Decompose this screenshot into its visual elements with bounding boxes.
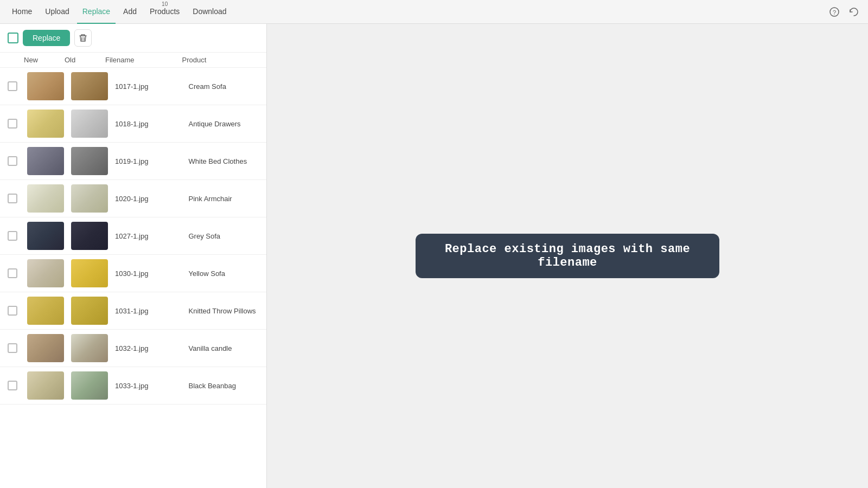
- table-row: 1019-1.jpgWhite Bed Clothes: [0, 143, 266, 180]
- tooltip-text: Replace existing images with same filena…: [445, 242, 690, 269]
- thumbnail-old: [71, 147, 108, 175]
- right-panel: Replace existing images with same filena…: [267, 24, 868, 488]
- nav-download[interactable]: Download: [187, 0, 232, 24]
- replace-button[interactable]: Replace: [23, 30, 70, 46]
- col-old: Old: [65, 56, 105, 64]
- table-row: 1017-1.jpgCream Sofa: [0, 68, 266, 105]
- cell-filename: 1031-1.jpg: [115, 307, 186, 315]
- thumbnail-old: [71, 297, 108, 325]
- refresh-icon[interactable]: [846, 4, 861, 20]
- cell-product: Black Beanbag: [189, 382, 259, 390]
- cell-product: Knitted Throw Pillows: [189, 307, 259, 315]
- tooltip-box: Replace existing images with same filena…: [416, 234, 719, 278]
- nav-add[interactable]: Add: [118, 0, 142, 24]
- cell-product: Cream Sofa: [189, 82, 259, 91]
- thumbnail-new: [27, 334, 64, 362]
- cell-product: Yellow Sofa: [189, 269, 259, 278]
- cell-filename: 1027-1.jpg: [115, 232, 186, 240]
- thumbnail-new: [27, 371, 64, 400]
- cell-product: Grey Sofa: [189, 232, 259, 240]
- select-all-checkbox[interactable]: [8, 33, 18, 43]
- table-row: 1030-1.jpgYellow Sofa: [0, 255, 266, 292]
- row-checkbox[interactable]: [8, 343, 17, 353]
- thumbnail-new: [27, 259, 64, 287]
- table-row: 1020-1.jpgPink Armchair: [0, 180, 266, 217]
- help-icon[interactable]: ?: [827, 4, 842, 20]
- thumbnail-new: [27, 72, 64, 100]
- table-row: 1027-1.jpgGrey Sofa: [0, 217, 266, 255]
- nav-products[interactable]: Products 10: [144, 0, 185, 24]
- cell-filename: 1032-1.jpg: [115, 344, 186, 352]
- thumbnail-new: [27, 184, 64, 213]
- nav-replace[interactable]: Replace: [77, 0, 116, 24]
- row-checkbox[interactable]: [8, 156, 17, 166]
- row-checkbox[interactable]: [8, 231, 17, 241]
- table-row: 1018-1.jpgAntique Drawers: [0, 105, 266, 143]
- row-checkbox[interactable]: [8, 381, 17, 390]
- cell-filename: 1030-1.jpg: [115, 269, 186, 278]
- thumbnail-new: [27, 297, 64, 325]
- thumbnail-old: [71, 334, 108, 362]
- top-navigation: Home Upload Replace Add Products 10 Down…: [0, 0, 868, 24]
- row-checkbox[interactable]: [8, 81, 17, 91]
- col-new: New: [24, 56, 65, 64]
- main-content: Replace New Old Filename Product 1017-1.…: [0, 24, 868, 488]
- thumbnail-new: [27, 110, 64, 138]
- table-row: 1032-1.jpgVanilla candle: [0, 330, 266, 367]
- col-checkbox: [8, 56, 24, 64]
- delete-button[interactable]: [74, 29, 92, 47]
- thumbnail-new: [27, 147, 64, 175]
- cell-filename: 1017-1.jpg: [115, 82, 186, 91]
- cell-product: Antique Drawers: [189, 120, 259, 128]
- products-badge: 10: [162, 1, 168, 7]
- col-filename: Filename: [105, 56, 182, 64]
- thumbnail-old: [71, 371, 108, 400]
- nav-home[interactable]: Home: [7, 0, 37, 24]
- toolbar: Replace: [0, 24, 266, 53]
- left-panel: Replace New Old Filename Product 1017-1.…: [0, 24, 267, 488]
- thumbnail-old: [71, 110, 108, 138]
- thumbnail-old: [71, 184, 108, 213]
- row-checkbox[interactable]: [8, 268, 17, 278]
- nav-upload[interactable]: Upload: [40, 0, 74, 24]
- thumbnail-new: [27, 222, 64, 250]
- table-row: 1033-1.jpgBlack Beanbag: [0, 367, 266, 404]
- cell-product: Pink Armchair: [189, 195, 259, 203]
- svg-text:?: ?: [833, 9, 836, 15]
- thumbnail-old: [71, 222, 108, 250]
- cell-filename: 1019-1.jpg: [115, 157, 186, 165]
- thumbnail-old: [71, 259, 108, 287]
- table-header: New Old Filename Product: [0, 53, 266, 68]
- row-checkbox[interactable]: [8, 306, 17, 316]
- table-row: 1031-1.jpgKnitted Throw Pillows: [0, 292, 266, 330]
- cell-product: White Bed Clothes: [189, 157, 259, 165]
- cell-filename: 1033-1.jpg: [115, 382, 186, 390]
- cell-filename: 1018-1.jpg: [115, 120, 186, 128]
- table-body: 1017-1.jpgCream Sofa1018-1.jpgAntique Dr…: [0, 68, 266, 488]
- thumbnail-old: [71, 72, 108, 100]
- nav-icon-group: ?: [827, 4, 861, 20]
- row-checkbox[interactable]: [8, 194, 17, 203]
- cell-product: Vanilla candle: [189, 344, 259, 352]
- col-product: Product: [182, 56, 259, 64]
- cell-filename: 1020-1.jpg: [115, 195, 186, 203]
- row-checkbox[interactable]: [8, 119, 17, 129]
